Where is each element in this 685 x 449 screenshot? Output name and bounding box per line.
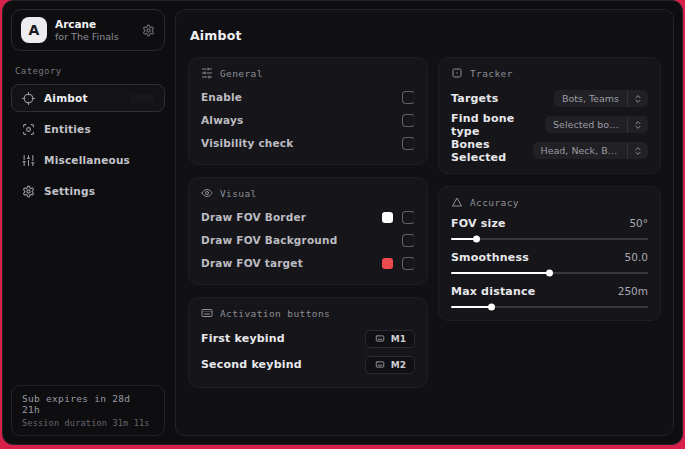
setting-row-bones-selected: Bones Selected Head, Neck, Body, Pe...: [451, 138, 648, 163]
chevrons-up-down-icon: [633, 120, 643, 130]
setting-label: Draw FOV Background: [201, 234, 337, 246]
chevrons-up-down-icon: [633, 146, 643, 156]
visual-card: Visual Draw FOV Border Draw FOV Backgrou…: [188, 177, 428, 285]
sidebar-item-entities[interactable]: Entities: [11, 115, 165, 143]
app-window: A Arcane for The Finals Category Aimbot …: [2, 0, 683, 445]
targets-dropdown[interactable]: Bots, Teams: [554, 90, 648, 107]
sidebar-item-label: Miscellaneous: [44, 154, 130, 166]
fov-size-slider-group: FOV size 50°: [451, 215, 648, 240]
setting-label: Visibility check: [201, 137, 293, 149]
first-keybind-button[interactable]: M1: [365, 330, 415, 348]
setting-row-draw-fov-background: Draw FOV Background: [201, 229, 415, 251]
app-name: Arcane: [55, 18, 134, 31]
brand-card: A Arcane for The Finals: [11, 9, 165, 51]
eye-icon: [201, 187, 213, 199]
app-logo: A: [21, 17, 47, 43]
sidebar-item-settings[interactable]: Settings: [11, 177, 165, 205]
activation-card-header: Activation buttons: [201, 307, 415, 319]
keybind-hint-pill: [130, 94, 154, 103]
draw-fov-border-checkbox[interactable]: [402, 211, 415, 224]
slider-label: Smoothness: [451, 251, 529, 264]
enable-checkbox[interactable]: [402, 91, 415, 104]
smoothness-slider[interactable]: [451, 272, 648, 274]
gear-icon: [142, 24, 155, 37]
sidebar-item-label: Aimbot: [44, 92, 88, 104]
slider-thumb[interactable]: [473, 236, 480, 243]
sidebar-nav: Aimbot Entities Miscellaneous Settings: [11, 84, 165, 205]
setting-label: Always: [201, 114, 243, 126]
keyboard-icon: [374, 334, 386, 343]
app-subtitle: for The Finals: [55, 31, 134, 43]
draw-fov-background-checkbox[interactable]: [402, 234, 415, 247]
setting-label: Draw FOV Border: [201, 211, 306, 223]
brand-settings-button[interactable]: [142, 24, 155, 37]
triangle-icon: [451, 196, 463, 208]
sidebar-item-miscellaneous[interactable]: Miscellaneous: [11, 146, 165, 174]
target-icon: [451, 67, 463, 79]
draw-fov-target-checkbox[interactable]: [402, 257, 415, 270]
accuracy-card: Accuracy FOV size 50°: [438, 186, 661, 321]
desktop-background: { "colors": { "accent": "#d7214a", "swat…: [0, 0, 685, 449]
card-title: Tracker: [470, 68, 513, 79]
brand-text: Arcane for The Finals: [55, 18, 134, 43]
accuracy-card-header: Accuracy: [451, 196, 648, 208]
activation-card: Activation buttons First keybind M1 Seco…: [188, 297, 428, 388]
visual-card-header: Visual: [201, 187, 415, 199]
smoothness-slider-group: Smoothness 50.0: [451, 249, 648, 274]
fov-target-color-swatch[interactable]: [382, 258, 393, 269]
keyboard-icon: [201, 307, 213, 319]
setting-label: Targets: [451, 92, 498, 105]
general-card-header: General: [201, 67, 415, 79]
second-keybind-button[interactable]: M2: [365, 356, 415, 374]
setting-label: Find bone type: [451, 112, 545, 138]
max-distance-slider[interactable]: [451, 306, 648, 308]
category-label: Category: [15, 66, 161, 76]
sliders-vertical-icon: [22, 154, 35, 167]
bones-selected-dropdown[interactable]: Head, Neck, Body, Pe...: [533, 142, 648, 159]
setting-row-targets: Targets Bots, Teams: [451, 86, 648, 111]
card-title: General: [220, 68, 263, 79]
setting-label: Bones Selected: [451, 138, 533, 164]
find-bone-type-dropdown[interactable]: Selected bone: [545, 116, 648, 133]
slider-thumb[interactable]: [488, 304, 495, 311]
dropdown-value: Head, Neck, Body, Pe...: [533, 142, 627, 159]
card-title: Activation buttons: [220, 308, 330, 319]
chevrons-up-down-icon: [633, 94, 643, 104]
dropdown-value: Bots, Teams: [554, 90, 627, 107]
scan-icon: [22, 123, 35, 136]
keybind-value: M2: [391, 360, 406, 370]
main-panel: Aimbot General Enable Always: [175, 9, 674, 436]
slider-value: 50°: [629, 217, 648, 229]
card-title: Visual: [220, 188, 257, 199]
max-distance-slider-group: Max distance 250m: [451, 283, 648, 308]
setting-row-first-keybind: First keybind M1: [201, 326, 415, 351]
crosshair-icon: [22, 92, 35, 105]
setting-row-second-keybind: Second keybind M2: [201, 352, 415, 377]
sidebar-item-aimbot[interactable]: Aimbot: [11, 84, 165, 112]
setting-row-always: Always: [201, 109, 415, 131]
setting-label: Second keybind: [201, 358, 302, 371]
fov-border-color-swatch[interactable]: [382, 212, 393, 223]
page-title: Aimbot: [190, 28, 659, 43]
sidebar: A Arcane for The Finals Category Aimbot …: [3, 1, 173, 444]
sub-expiry-text: Sub expires in 28d 21h: [22, 393, 154, 415]
slider-thumb[interactable]: [546, 270, 553, 277]
keyboard-icon: [374, 360, 386, 369]
card-title: Accuracy: [470, 197, 519, 208]
setting-row-enable: Enable: [201, 86, 415, 108]
always-checkbox[interactable]: [402, 114, 415, 127]
slider-value: 50.0: [625, 251, 648, 263]
general-card: General Enable Always Visibility check: [188, 57, 428, 165]
slider-label: FOV size: [451, 217, 506, 230]
keybind-value: M1: [391, 334, 406, 344]
slider-label: Max distance: [451, 285, 535, 298]
setting-label: Draw FOV target: [201, 257, 303, 269]
sliders-horizontal-icon: [201, 67, 213, 79]
visibility-check-checkbox[interactable]: [402, 137, 415, 150]
subscription-card: Sub expires in 28d 21h Session duration …: [11, 385, 165, 436]
fov-size-slider[interactable]: [451, 238, 648, 240]
session-duration-text: Session duration 31m 11s: [22, 418, 154, 428]
tracker-card: Tracker Targets Bots, Teams Find bone ty…: [438, 57, 661, 174]
setting-label: Enable: [201, 91, 242, 103]
gear-icon: [22, 185, 35, 198]
